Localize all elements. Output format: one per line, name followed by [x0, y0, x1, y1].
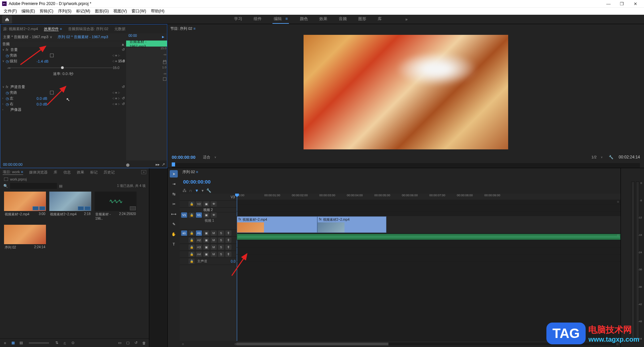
- project-item[interactable]: ∿∿∿ 音频素材 - 196..2:24:25920: [95, 192, 137, 221]
- project-item[interactable]: 视频素材2~2.mp42:18: [49, 192, 91, 221]
- track-select-tool[interactable]: ⇥: [170, 180, 178, 188]
- menu-marker[interactable]: 标记(M): [74, 8, 93, 14]
- tab-effect-controls[interactable]: 效果控件 ≡: [44, 26, 62, 31]
- clear-icon[interactable]: ↺: [133, 341, 138, 345]
- menu-help[interactable]: 帮助(H): [149, 8, 167, 14]
- menu-graphics[interactable]: 图形(G): [93, 8, 111, 14]
- track-header-a1[interactable]: a1🔒A1▣MS🎙: [180, 230, 237, 237]
- type-tool[interactable]: T: [170, 240, 178, 248]
- ec-foot-tc[interactable]: 00:00:00:00: [3, 162, 22, 166]
- ws-effects[interactable]: 效果: [319, 15, 328, 24]
- automate-icon[interactable]: ⎌: [62, 341, 67, 345]
- ec-right-row[interactable]: ›◷ 右 0.0 dB ◁◆▷ ↺: [0, 101, 126, 107]
- ws-graphics[interactable]: 图形: [358, 15, 367, 24]
- tab-metadata[interactable]: 元数据: [114, 26, 125, 31]
- tab-history[interactable]: 历史记: [104, 170, 115, 175]
- home-button[interactable]: [2, 15, 12, 23]
- tab-source[interactable]: 源: 视频素材2~2.mp4: [3, 26, 38, 31]
- track-header-a2[interactable]: 🔒A2▣MS🎙: [180, 237, 237, 244]
- menu-clip[interactable]: 剪辑(C): [37, 8, 56, 14]
- project-item[interactable]: 序列 022:24:14: [4, 225, 46, 251]
- slip-tool[interactable]: ⟷: [170, 210, 178, 218]
- track-v2[interactable]: [237, 204, 621, 211]
- tab-markers[interactable]: 标记: [90, 170, 98, 175]
- graph-box-icon[interactable]: [163, 61, 166, 64]
- zoom-fit[interactable]: 适合: [203, 155, 210, 160]
- menu-window[interactable]: 窗口(W): [129, 8, 148, 14]
- hand-tool[interactable]: ✋: [170, 230, 178, 238]
- tab-media-browser[interactable]: 媒体浏览器: [29, 170, 48, 175]
- ws-edit[interactable]: 编辑 ≡: [272, 15, 289, 24]
- program-tc[interactable]: 00:00:00:00: [172, 155, 196, 160]
- minimize-button[interactable]: —: [602, 0, 615, 7]
- tabs-overflow[interactable]: »: [141, 170, 146, 174]
- wrench-icon[interactable]: 🔧: [206, 188, 211, 193]
- tab-project[interactable]: 项目: work ≡: [3, 169, 23, 175]
- reset-icon[interactable]: ↺: [122, 96, 125, 100]
- level-slider-thumb[interactable]: [61, 66, 64, 69]
- video-clip[interactable]: fx视频素材~2.mp4: [237, 216, 317, 233]
- new-bin-icon[interactable]: ▭: [117, 341, 122, 345]
- ws-color[interactable]: 颜色: [299, 15, 309, 24]
- project-item[interactable]: 视频素材~2.mp43:00: [4, 192, 46, 221]
- reset-icon[interactable]: ↺: [122, 102, 125, 106]
- tab-libraries[interactable]: 库: [54, 170, 57, 175]
- track-a2[interactable]: [237, 240, 621, 248]
- ws-learn[interactable]: 学习: [233, 15, 243, 24]
- marker-icon[interactable]: ▼: [195, 188, 199, 193]
- audio-clip[interactable]: [237, 234, 621, 240]
- program-ruler[interactable]: [172, 163, 640, 168]
- timeline-ruler[interactable]: 00:00 00:00:01:00 00:00:02:00 00:00:03:0…: [237, 194, 621, 200]
- timeline-playhead[interactable]: [237, 194, 237, 341]
- trash-icon[interactable]: 🗑: [142, 341, 146, 345]
- loop-icon[interactable]: ▸▸: [156, 162, 160, 167]
- ripple-edit-tool[interactable]: ⇆: [170, 190, 178, 198]
- tab-audio-mixer[interactable]: 音频剪辑混合器: 序列 02: [68, 26, 108, 31]
- search-icon[interactable]: 🔍: [3, 184, 8, 188]
- timeline-tracks[interactable]: 00:00 00:00:01:00 00:00:02:00 00:00:03:0…: [237, 194, 621, 341]
- resolution-select[interactable]: 1/2: [591, 155, 596, 159]
- settings-icon[interactable]: ▾: [202, 188, 204, 193]
- video-clip[interactable]: fx视频素材2~2.mp4: [317, 216, 386, 233]
- menu-file[interactable]: 文件(F): [1, 8, 19, 14]
- menu-edit[interactable]: 编辑(E): [19, 8, 37, 14]
- ec-bypass-row[interactable]: ◷ 旁路 ◁◆▷: [0, 53, 126, 58]
- ec-ch-bypass[interactable]: ◷ 旁路 ◁◆▷: [0, 90, 126, 95]
- tab-program[interactable]: 节目: 序列 02 ≡: [170, 26, 196, 31]
- track-a1[interactable]: [237, 233, 621, 240]
- level-value[interactable]: -1.4 dB: [37, 59, 57, 63]
- ws-assembly[interactable]: 组件: [253, 15, 262, 24]
- project-grid[interactable]: 视频素材~2.mp43:00 视频素材2~2.mp42:18 ∿∿∿ 音频素材 …: [0, 190, 149, 338]
- icon-view-icon[interactable]: ▦: [11, 341, 15, 345]
- ec-channel-row[interactable]: ∨fx 声道音量 ↺: [0, 84, 126, 90]
- ws-libraries[interactable]: 库: [377, 15, 382, 24]
- track-header-v3[interactable]: V3: [180, 194, 237, 201]
- track-header-a3[interactable]: 🔒A3▣MS🎙: [180, 244, 237, 251]
- ec-left-row[interactable]: ›◷ 左 0.0 dB ◁◆▷ ↺: [0, 95, 126, 101]
- program-viewport[interactable]: [168, 33, 644, 151]
- track-v1[interactable]: fx视频素材~2.mp4 fx视频素材2~2.mp4: [237, 216, 621, 233]
- ws-audio[interactable]: 音频: [338, 15, 347, 24]
- export-icon[interactable]: ↗: [162, 162, 165, 167]
- reset-icon[interactable]: ↺: [122, 48, 125, 52]
- ws-overflow[interactable]: »: [402, 15, 411, 24]
- track-header-master[interactable]: 🔒主声道0.0: [180, 258, 237, 265]
- ec-panner-row[interactable]: › 声像器: [0, 107, 126, 113]
- chevron-down-icon[interactable]: ∨: [601, 156, 603, 159]
- freeform-view-icon[interactable]: ▤: [19, 341, 23, 345]
- search-input[interactable]: [10, 183, 57, 189]
- program-playhead[interactable]: [172, 162, 175, 166]
- bypass-checkbox[interactable]: [50, 91, 54, 94]
- zoom-slider[interactable]: [29, 342, 49, 344]
- snap-icon[interactable]: ⁂: [182, 188, 186, 193]
- menu-view[interactable]: 视图(V): [111, 8, 129, 14]
- new-item-icon[interactable]: ▢: [125, 341, 130, 345]
- settings-icon[interactable]: 🔧: [609, 155, 613, 159]
- linked-selection-icon[interactable]: ∩: [189, 188, 192, 193]
- filter-icon[interactable]: ▤: [59, 184, 62, 188]
- tab-effects[interactable]: 效果: [77, 170, 84, 175]
- bypass-checkbox[interactable]: [50, 54, 54, 57]
- track-a3[interactable]: [237, 248, 621, 255]
- menu-sequence[interactable]: 序列(S): [56, 8, 74, 14]
- level-slider[interactable]: [8, 68, 118, 68]
